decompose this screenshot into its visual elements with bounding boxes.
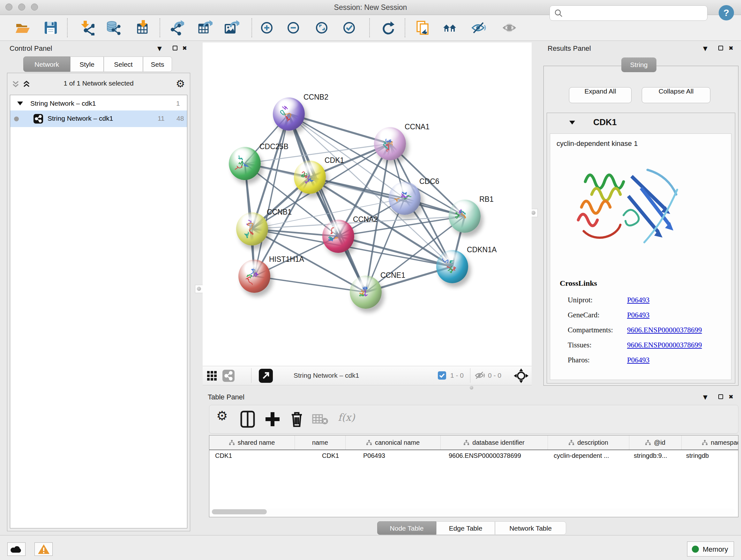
network-node-cdkn1a[interactable] [436,250,468,283]
network-canvas[interactable]: CCNB2 CCNA1 CDC25B CDK1 CDC6 RB1 CCNB1 C… [203,43,532,366]
import-network-icon [79,20,94,36]
network-row[interactable]: String Network – cdk1 11 48 [10,111,187,127]
tab-edge-table[interactable]: Edge Table [436,521,495,535]
search-input[interactable] [564,7,703,19]
network-node-cdc6[interactable] [389,182,421,215]
copy-document-icon [415,20,430,36]
show-graphics-button[interactable] [502,20,518,36]
tab-sets[interactable]: Sets [143,57,172,72]
network-node-ccna1[interactable] [374,127,406,160]
network-options-gear-icon[interactable]: ⚙ [176,78,185,90]
create-column-plus-icon[interactable] [264,410,281,429]
network-node-rb1[interactable] [449,199,481,233]
table-cell[interactable]: stringdb [686,452,738,463]
network-node-ccnb2[interactable] [273,98,305,131]
control-panel-float-icon[interactable]: ▼ [157,45,162,52]
birdseye-grid-icon[interactable] [206,370,217,382]
network-share-view-icon[interactable] [222,370,234,382]
zoom-in-button[interactable] [260,20,275,36]
tab-node-table[interactable]: Node Table [377,521,436,535]
horizontal-splitter-handle[interactable] [470,386,473,389]
export-image-button[interactable] [224,20,239,36]
first-neighbors-button[interactable] [443,20,458,36]
collection-caret-icon[interactable] [17,102,23,105]
collection-count: 1 [176,100,180,107]
crosslink-link[interactable]: P06493 [627,356,650,364]
table-cell[interactable]: 9606.ENSP00000378699 [449,452,548,463]
hide-graphics-button[interactable] [471,20,486,36]
column-header-namespace[interactable]: namespace [682,435,738,449]
expand-all-button[interactable]: Expand All [569,87,631,103]
help-button[interactable]: ? [719,5,734,20]
network-list: String Network – cdk1 1 String Network –… [10,95,187,528]
table-panel-float-icon[interactable]: ▼ [703,394,708,400]
table-horizontal-scrollbar[interactable] [211,509,736,515]
column-label: shared name [238,439,275,446]
table-cell[interactable]: CDK1 [215,452,295,463]
open-in-window-icon[interactable] [259,369,273,383]
network-node-ccna2[interactable] [322,220,354,253]
column-header-database-identifier[interactable]: database identifier [441,435,548,449]
table-scrollbar-thumb[interactable] [212,509,267,514]
warnings-button[interactable] [35,543,53,556]
zoom-out-button[interactable] [286,20,301,36]
network-node-ccne1[interactable] [350,275,382,309]
table-cell[interactable]: cyclin-dependent ... [554,452,629,463]
node-table[interactable]: shared namenamecanonical namedatabase id… [209,435,738,517]
refresh-button[interactable] [381,20,396,36]
gene-section-header[interactable]: CDK1 [547,113,735,133]
import-table-file-button[interactable] [135,20,150,36]
network-node-hist1h1a[interactable] [239,260,270,293]
import-network-database-button[interactable] [106,20,121,36]
tab-select[interactable]: Select [104,57,143,72]
open-session-button[interactable] [15,20,30,36]
collapse-all-button[interactable]: Collapse All [642,87,711,103]
annotation-button[interactable] [415,20,430,36]
memory-button[interactable]: Memory [687,542,734,557]
tab-network-table[interactable]: Network Table [495,521,566,535]
control-panel-close-icon[interactable]: ✖ [182,45,187,51]
left-splitter-handle[interactable] [195,285,203,293]
zoom-selected-button[interactable] [342,20,357,36]
results-panel-close-icon[interactable]: ✖ [729,45,733,51]
import-network-file-button[interactable] [79,20,94,36]
protein-structure-thumbnail [442,256,462,277]
column-header-canonical-name[interactable]: canonical name [346,435,441,449]
column-header--id[interactable]: @id [629,435,682,449]
tab-network[interactable]: Network [23,57,70,72]
crosslink-link[interactable]: P06493 [627,311,650,319]
tab-style[interactable]: Style [70,57,104,72]
zoom-fit-button[interactable] [315,20,330,36]
tab-string[interactable]: String [621,57,657,72]
results-panel-float-icon[interactable]: ▼ [703,45,708,52]
table-panel-close-icon[interactable]: ✖ [729,393,733,400]
gene-caret-icon[interactable] [569,121,575,125]
network-node-cdc25b[interactable] [229,147,261,180]
column-header-name[interactable]: name [295,435,346,449]
network-collection-row[interactable]: String Network – cdk1 1 [10,97,187,110]
delete-column-trash-icon[interactable] [289,410,305,429]
node-label-cdkn1a: CDKN1A [467,246,496,254]
results-panel-maximize-icon[interactable] [718,46,723,51]
selected-checkbox-icon[interactable] [438,371,446,380]
crosslink-link[interactable]: 9606.ENSP00000378699 [627,341,702,349]
network-node-cdk1[interactable] [294,161,326,194]
crosslink-link[interactable]: 9606.ENSP00000378699 [627,326,702,334]
table-panel-maximize-icon[interactable] [718,394,723,399]
export-network-button[interactable] [169,20,184,36]
table-options-gear-icon[interactable]: ⚙ [216,408,228,423]
show-columns-icon[interactable] [240,410,256,429]
fit-selected-crosshair-icon[interactable] [514,368,529,384]
gene-description: cyclin-dependent kinase 1 [556,139,637,148]
table-cell[interactable]: P06493 [363,452,441,463]
crosslink-link[interactable]: P06493 [627,296,650,304]
export-table-button[interactable] [197,20,212,36]
cloud-status-button[interactable] [7,543,25,556]
control-panel-maximize-icon[interactable] [173,46,178,51]
network-node-ccnb1[interactable] [236,212,268,246]
column-header-shared-name[interactable]: shared name [209,435,295,449]
save-session-button[interactable] [43,20,58,36]
table-cell[interactable]: stringdb:9... [634,452,682,463]
table-cell[interactable]: CDK1 [322,452,346,463]
column-header-description[interactable]: description [548,435,629,449]
